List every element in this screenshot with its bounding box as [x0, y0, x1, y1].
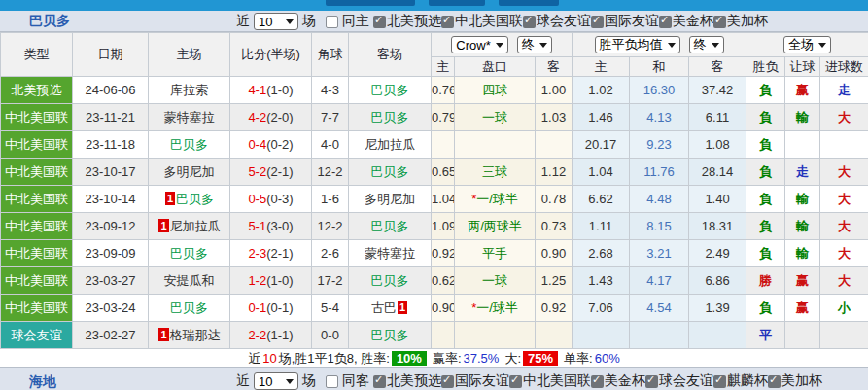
odds-company-select[interactable]: Crow* [451, 36, 507, 53]
avg-stage-value: 终 [694, 36, 707, 53]
halftime-score: (2-0) [266, 110, 293, 124]
scope-select[interactable]: 全场 [783, 36, 831, 53]
away-filters: 近 10 场 同客 北美预选国际友谊中北美国联美金杯球会友谊麒麟杯美加杯 [236, 372, 822, 390]
red-card-badge: 1 [165, 192, 175, 205]
away-team-name: 巴贝多 [371, 164, 409, 179]
top-nav-bar [0, 0, 868, 11]
home-team-name: 巴贝多 [176, 192, 214, 206]
home-team-name: 多明尼加 [164, 164, 215, 179]
fulltime-score: 1-2 [248, 273, 266, 288]
fulltime-score: 5-2 [248, 164, 266, 179]
league-filter-item[interactable]: 国际友谊 [591, 13, 659, 30]
checkbox-checked-icon[interactable] [373, 16, 386, 28]
home-team-cell: 1尼加拉瓜 [149, 213, 230, 240]
league-filter-item[interactable]: 北美预选 [373, 372, 441, 390]
league-filter-item[interactable]: 北美预选 [373, 13, 441, 30]
checkbox-checked-icon[interactable] [591, 375, 604, 388]
match-type-cell: 中北美国联 [1, 240, 73, 267]
handicap-cell: *一/球半 [455, 186, 536, 213]
chevron-down-icon [286, 379, 294, 384]
match-count-select[interactable]: 10 [254, 13, 298, 30]
odds-stage-select[interactable]: 终 [517, 36, 552, 53]
match-date-cell: 23-11-21 [73, 104, 149, 131]
halftime-score: (1-0) [266, 273, 293, 288]
checkbox-checked-icon[interactable] [713, 375, 726, 388]
summary-near: 近 [248, 350, 260, 368]
away-odds-cell: 1.25 [536, 267, 573, 295]
avg-group-header: 胜平负均值 终 [573, 33, 746, 57]
fulltime-score: 4-1 [248, 83, 266, 97]
match-stats-page: 巴贝多 近 10 场 同主 北美预选中北美国联球会友谊国际友谊美金杯美加杯 类型… [0, 0, 868, 390]
fulltime-score: 4-2 [248, 110, 266, 124]
checkbox-checked-icon[interactable] [441, 16, 454, 28]
checkbox-checked-icon[interactable] [509, 375, 522, 388]
handicap-value: 一/球半 [476, 301, 518, 315]
win-rate-badge: 10% [392, 351, 427, 366]
same-venue-checkbox[interactable] [326, 16, 338, 28]
away-team-cell: 巴贝多 [349, 159, 432, 186]
match-row: 球会友谊 23-02-27 1格瑞那达 2-2(1-1) 0-0 巴贝多 平 [1, 322, 868, 349]
avg-draw-cell: 4.54 [630, 295, 689, 322]
away-match-count-select[interactable]: 10 [254, 372, 298, 390]
checkbox-checked-icon[interactable] [523, 16, 536, 28]
corner-cell: 4-3 [312, 77, 349, 104]
avg-away-cell: 1.39 [689, 295, 746, 322]
league-filter-item[interactable]: 美金杯 [659, 13, 713, 30]
checkbox-checked-icon[interactable] [713, 16, 726, 28]
avg-type-select[interactable]: 胜平负均值 [595, 36, 680, 53]
away-odds-cell: 1.00 [536, 77, 573, 104]
fulltime-score: 2-3 [248, 246, 266, 261]
handicap-value: 平手 [482, 246, 507, 261]
home-team-name: 巴贝多 [170, 301, 208, 315]
league-filter-item[interactable]: 国际友谊 [441, 372, 509, 390]
games-label: 场 [302, 13, 316, 30]
league-filter-item[interactable]: 球会友谊 [645, 372, 713, 390]
single-rate-value: 60% [595, 351, 620, 366]
home-team-cell: 蒙特塞拉 [149, 104, 230, 131]
handicap-cell: 四球 [455, 77, 536, 104]
league-filter-label: 国际友谊 [605, 13, 659, 30]
match-type-cell: 中北美国联 [1, 213, 73, 240]
home-team-name: 巴贝多 [170, 246, 208, 261]
league-filter-item[interactable]: 球会友谊 [523, 13, 591, 30]
away-team-name: 巴贝多 [371, 83, 409, 97]
halftime-score: (0-1) [266, 301, 293, 315]
away-odds-cell [536, 322, 573, 349]
red-card-badge: 1 [398, 301, 407, 314]
avg-away-cell: 1.08 [689, 131, 746, 159]
same-venue-checkbox[interactable] [326, 375, 338, 388]
checkbox-checked-icon[interactable] [659, 16, 672, 28]
chevron-down-icon [712, 43, 719, 48]
away-match-count-value: 10 [259, 374, 272, 389]
avg-draw-cell: 16.30 [630, 77, 689, 104]
checkbox-checked-icon[interactable] [591, 16, 604, 28]
match-row: 中北美国联 23-09-09 巴贝多 2-3(2-1) 2-6 蒙特塞拉 0.9… [1, 240, 868, 267]
corner-cell: 12-2 [312, 213, 349, 240]
league-filter-item[interactable]: 美加杯 [713, 13, 768, 30]
league-filter-item[interactable]: 中北美国联 [509, 372, 591, 390]
sub-col-header: 客 [536, 57, 573, 77]
result-cell: 負 [746, 295, 785, 322]
checkbox-checked-icon[interactable] [441, 375, 454, 388]
avg-home-cell: 1.11 [573, 213, 630, 240]
handicap-value: 三球 [482, 164, 507, 179]
avg-away-cell: 37.42 [689, 77, 746, 104]
match-date-cell: 23-09-09 [73, 240, 149, 267]
avg-stage-select[interactable]: 终 [689, 36, 724, 53]
away-odds-cell: 0.78 [536, 186, 573, 213]
checkbox-checked-icon[interactable] [373, 375, 386, 388]
checkbox-checked-icon[interactable] [768, 375, 781, 388]
single-rate-label: 单率: [564, 350, 593, 368]
league-filter-item[interactable]: 美金杯 [591, 372, 645, 390]
league-filter-item[interactable]: 麒麟杯 [713, 372, 768, 390]
corner-cell: 4-0 [312, 131, 349, 159]
league-filter-item[interactable]: 中北美国联 [441, 13, 523, 30]
near-label: 近 [236, 372, 250, 390]
home-filters: 近 10 场 同主 北美预选中北美国联球会友谊国际友谊美金杯美加杯 [236, 11, 768, 32]
avg-away-cell: 28.14 [689, 159, 746, 186]
handicap-result-cell: 輸 [785, 186, 820, 213]
league-filter-item[interactable]: 美加杯 [768, 372, 822, 390]
away-team-name: 巴贝多 [371, 273, 409, 288]
checkbox-checked-icon[interactable] [645, 375, 658, 388]
score-cell: 4-2(2-0) [230, 104, 312, 131]
